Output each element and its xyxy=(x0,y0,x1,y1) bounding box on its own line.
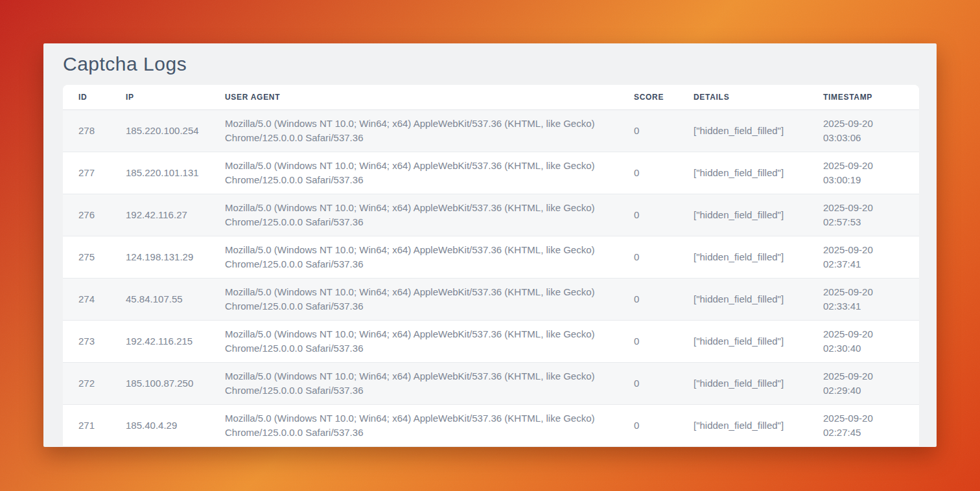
table-row: 275 124.198.131.29 Mozilla/5.0 (Windows … xyxy=(63,236,919,278)
cell-user-agent: Mozilla/5.0 (Windows NT 10.0; Win64; x64… xyxy=(225,278,634,320)
cell-score: 0 xyxy=(634,278,694,320)
cell-user-agent: Mozilla/5.0 (Windows NT 10.0; Win64; x64… xyxy=(225,362,634,404)
cell-id: 276 xyxy=(63,194,126,236)
page-title: Captcha Logs xyxy=(43,43,937,85)
cell-timestamp: 2025-09-20 03:00:19 xyxy=(823,152,919,194)
column-header-id: ID xyxy=(63,85,126,109)
page-background: { "page": { "title": "Captcha Logs" }, "… xyxy=(0,0,980,491)
column-header-timestamp: TIMESTAMP xyxy=(823,85,919,109)
cell-score: 0 xyxy=(634,109,694,152)
cell-details: ["hidden_field_filled"] xyxy=(694,362,823,404)
cell-details: ["hidden_field_filled"] xyxy=(694,194,823,236)
cell-details: ["hidden_field_filled"] xyxy=(694,109,823,152)
cell-details: ["hidden_field_filled"] xyxy=(694,404,823,446)
cell-timestamp: 2025-09-20 03:03:06 xyxy=(823,109,919,152)
table-row: 276 192.42.116.27 Mozilla/5.0 (Windows N… xyxy=(63,194,919,236)
cell-id: 271 xyxy=(63,404,126,446)
cell-timestamp: 2025-09-20 02:29:40 xyxy=(823,362,919,404)
cell-score: 0 xyxy=(634,404,694,446)
table-row: 273 192.42.116.215 Mozilla/5.0 (Windows … xyxy=(63,320,919,362)
logs-table-container[interactable]: ID IP USER AGENT SCORE DETAILS TIMESTAMP… xyxy=(63,85,919,447)
cell-details: ["hidden_field_filled"] xyxy=(694,152,823,194)
cell-ip: 185.40.4.29 xyxy=(126,404,225,446)
cell-user-agent: Mozilla/5.0 (Windows NT 10.0; Win64; x64… xyxy=(225,109,634,152)
table-row: 277 185.220.101.131 Mozilla/5.0 (Windows… xyxy=(63,152,919,194)
table-header-row: ID IP USER AGENT SCORE DETAILS TIMESTAMP xyxy=(63,85,919,109)
cell-details: ["hidden_field_filled"] xyxy=(694,236,823,278)
cell-score: 0 xyxy=(634,152,694,194)
cell-id: 274 xyxy=(63,278,126,320)
cell-details: ["hidden_field_filled"] xyxy=(694,320,823,362)
cell-ip: 45.84.107.55 xyxy=(126,278,225,320)
cell-ip: 192.42.116.215 xyxy=(126,320,225,362)
cell-timestamp: 2025-09-20 02:33:41 xyxy=(823,278,919,320)
cell-id: 273 xyxy=(63,320,126,362)
column-header-user-agent: USER AGENT xyxy=(225,85,634,109)
cell-score: 0 xyxy=(634,362,694,404)
cell-score: 0 xyxy=(634,236,694,278)
cell-id: 277 xyxy=(63,152,126,194)
cell-user-agent: Mozilla/5.0 (Windows NT 10.0; Win64; x64… xyxy=(225,194,634,236)
cell-timestamp: 2025-09-20 02:57:53 xyxy=(823,194,919,236)
cell-id: 275 xyxy=(63,236,126,278)
column-header-details: DETAILS xyxy=(694,85,823,109)
cell-score: 0 xyxy=(634,194,694,236)
cell-ip: 185.100.87.250 xyxy=(126,362,225,404)
cell-id: 272 xyxy=(63,362,126,404)
table-body: 278 185.220.100.254 Mozilla/5.0 (Windows… xyxy=(63,109,919,446)
cell-ip: 185.220.101.131 xyxy=(126,152,225,194)
captcha-logs-card: Captcha Logs ID IP USER AGENT SCORE DETA… xyxy=(43,43,937,447)
table-row: 272 185.100.87.250 Mozilla/5.0 (Windows … xyxy=(63,362,919,404)
column-header-ip: IP xyxy=(126,85,225,109)
table-row: 271 185.40.4.29 Mozilla/5.0 (Windows NT … xyxy=(63,404,919,446)
cell-ip: 192.42.116.27 xyxy=(126,194,225,236)
table-header: ID IP USER AGENT SCORE DETAILS TIMESTAMP xyxy=(63,85,919,109)
cell-user-agent: Mozilla/5.0 (Windows NT 10.0; Win64; x64… xyxy=(225,320,634,362)
cell-id: 278 xyxy=(63,109,126,152)
cell-user-agent: Mozilla/5.0 (Windows NT 10.0; Win64; x64… xyxy=(225,404,634,446)
cell-timestamp: 2025-09-20 02:37:41 xyxy=(823,236,919,278)
cell-score: 0 xyxy=(634,320,694,362)
cell-ip: 185.220.100.254 xyxy=(126,109,225,152)
table-row: 274 45.84.107.55 Mozilla/5.0 (Windows NT… xyxy=(63,278,919,320)
cell-timestamp: 2025-09-20 02:30:40 xyxy=(823,320,919,362)
cell-user-agent: Mozilla/5.0 (Windows NT 10.0; Win64; x64… xyxy=(225,236,634,278)
cell-ip: 124.198.131.29 xyxy=(126,236,225,278)
column-header-score: SCORE xyxy=(634,85,694,109)
table-row: 278 185.220.100.254 Mozilla/5.0 (Windows… xyxy=(63,109,919,152)
cell-timestamp: 2025-09-20 02:27:45 xyxy=(823,404,919,446)
cell-user-agent: Mozilla/5.0 (Windows NT 10.0; Win64; x64… xyxy=(225,152,634,194)
cell-details: ["hidden_field_filled"] xyxy=(694,278,823,320)
captcha-logs-table: ID IP USER AGENT SCORE DETAILS TIMESTAMP… xyxy=(63,85,919,447)
